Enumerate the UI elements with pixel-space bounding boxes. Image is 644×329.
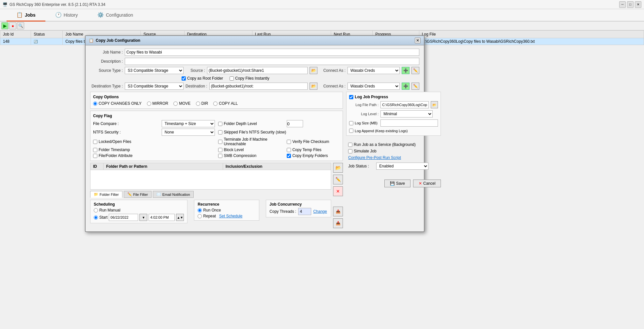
- dest-browse-button[interactable]: 📂: [310, 83, 317, 90]
- source-browse-button[interactable]: 📂: [310, 67, 317, 74]
- cell-logfile: C:\GSRichCopy360Log\Copy files to Wasabi…: [419, 38, 644, 45]
- log-job-progress-checkbox[interactable]: Log Job Progress: [349, 95, 438, 99]
- copy-empty-folders-checkbox[interactable]: Copy Empty Folders: [287, 153, 340, 158]
- job-name-input[interactable]: [125, 49, 419, 56]
- run-manual-radio[interactable]: Run Manual: [94, 208, 184, 212]
- mirror-radio[interactable]: MIRROR: [147, 101, 169, 106]
- ntfs-select[interactable]: None Copy Skip: [162, 129, 215, 136]
- copy-files-instantly-checkbox[interactable]: Copy Files Instantly: [230, 76, 269, 81]
- destination-type-select[interactable]: S3 Compatible Storage Local/Network: [125, 83, 184, 90]
- time-arrow-button[interactable]: ▲▼: [176, 214, 184, 221]
- folder-filter-tab[interactable]: 📁 Folder Filter: [90, 191, 122, 198]
- copy-flag-title: Copy Flag: [93, 114, 340, 118]
- verify-checksum-checkbox[interactable]: Verify File Checksum: [287, 139, 340, 144]
- copy-all-radio[interactable]: COPY ALL: [213, 101, 238, 106]
- log-size-input[interactable]: [380, 119, 438, 127]
- nav-tabs: 📋 Jobs 🕐 History ⚙️ Configuration: [0, 9, 644, 22]
- file-compare-select[interactable]: Timestamp + Size Timestamp Only Size Onl…: [162, 120, 215, 127]
- connect-source-edit-button[interactable]: ✏️: [411, 67, 419, 74]
- run-once-radio[interactable]: Run Once: [198, 208, 256, 212]
- smb-compression-checkbox[interactable]: SMB Compression: [218, 153, 283, 158]
- filter-tabs: 📁 Folder Filter ✏️ File Filter ✉️ Email …: [90, 191, 331, 198]
- tab-configuration[interactable]: ⚙️ Configuration: [88, 9, 143, 22]
- simulate-job-label: Simulate Job: [354, 149, 376, 153]
- repeat-radio[interactable]: Repeat Set Schedule: [198, 214, 256, 218]
- copy-options-group: COPY CHANGES ONLY MIRROR MOVE DIR CO: [93, 101, 340, 106]
- log-file-path-label: Log File Path :: [349, 103, 378, 107]
- add-job-button[interactable]: ▶: [1, 22, 8, 29]
- destination-input[interactable]: [209, 83, 308, 90]
- connect-dest-edit-button[interactable]: ✏️: [411, 83, 419, 90]
- search-button[interactable]: 🔍: [17, 22, 24, 29]
- save-button[interactable]: 💾 Save: [384, 180, 411, 187]
- concurrency-box: Job Concurrency Copy Threads : Change: [266, 200, 331, 217]
- connect-as-dest-select[interactable]: Wasabi Creds: [347, 83, 400, 90]
- log-append-checkbox[interactable]: Log Append (Keep existing Logs): [349, 129, 438, 133]
- source-type-select[interactable]: S3 Compatible Storage Local/Network FTP/…: [125, 67, 184, 74]
- copy-options-section: Copy Options COPY CHANGES ONLY MIRROR MO…: [90, 92, 343, 109]
- folder-timestamp-checkbox[interactable]: Folder Timestamp: [93, 148, 158, 152]
- file-filter-tab[interactable]: ✏️ File Filter: [124, 191, 152, 198]
- run-as-service-checkbox[interactable]: Run Job as a Service (Background): [348, 142, 439, 147]
- calendar-button[interactable]: ▼: [139, 214, 147, 221]
- block-level-checkbox[interactable]: Block Level: [218, 148, 283, 152]
- log-job-progress-label: Log Job Progress: [355, 95, 388, 99]
- email-notification-label: Email Notification: [162, 193, 190, 196]
- change-link[interactable]: Change: [313, 209, 327, 214]
- start-radio[interactable]: Start: [94, 215, 107, 220]
- filter-col-path: Folder Path or Pattern: [104, 163, 223, 170]
- folder-filter-icon: 📁: [94, 192, 98, 196]
- log-size-checkbox[interactable]: Log Size (MB): [349, 121, 378, 125]
- log-append-label: Log Append (Keep existing Logs): [355, 129, 408, 133]
- copy-flag-section: Copy Flag File Compare : Timestamp + Siz…: [90, 111, 343, 161]
- filter-add-button[interactable]: 📂: [333, 163, 343, 173]
- action-buttons: 💾 Save ✕ Cancel: [346, 180, 441, 187]
- simulate-job-checkbox[interactable]: Simulate Job: [348, 149, 439, 153]
- set-schedule-link[interactable]: Set Schedule: [219, 214, 242, 218]
- copy-changes-only-radio[interactable]: COPY CHANGES ONLY: [93, 101, 142, 106]
- filter-row-empty: [90, 170, 331, 190]
- connect-source-add-button[interactable]: ➕: [402, 67, 410, 74]
- file-filter-label: File Filter: [133, 193, 148, 196]
- log-browse-button[interactable]: 📂: [431, 101, 438, 108]
- dir-radio[interactable]: DIR: [196, 101, 208, 106]
- tab-jobs[interactable]: 📋 Jobs: [7, 9, 45, 22]
- locked-open-checkbox[interactable]: Locked/Open Files: [93, 139, 158, 144]
- filter-edit-button[interactable]: ✏️: [333, 175, 343, 184]
- filter-up-button[interactable]: 📤: [333, 207, 343, 216]
- filter-delete-button[interactable]: ✕: [333, 186, 343, 196]
- job-status-select[interactable]: Enabled Disabled: [376, 163, 428, 170]
- tab-history[interactable]: 🕐 History: [45, 9, 88, 22]
- minimize-button[interactable]: ─: [619, 1, 626, 8]
- email-notification-tab[interactable]: ✉️ Email Notification: [153, 191, 194, 198]
- recurrence-title: Recurrence: [198, 202, 256, 207]
- cancel-button[interactable]: ✕ Cancel: [413, 180, 441, 187]
- folder-depth-input[interactable]: [287, 120, 303, 127]
- copy-as-root-checkbox[interactable]: Copy as Root Folder: [182, 76, 223, 81]
- move-radio[interactable]: MOVE: [173, 101, 190, 106]
- start-time-input[interactable]: [149, 214, 175, 221]
- filter-down-button[interactable]: 📥: [333, 218, 343, 228]
- source-input[interactable]: [207, 67, 308, 74]
- configure-pre-post-link[interactable]: Configure Pre-Post Run Script: [348, 155, 401, 160]
- file-folder-attr-checkbox[interactable]: File/Folder Attribute: [93, 153, 158, 158]
- cell-status: 🔄: [31, 38, 63, 45]
- maximize-button[interactable]: □: [627, 1, 634, 8]
- copy-threads-input[interactable]: [298, 208, 311, 215]
- start-date-input[interactable]: [109, 214, 138, 221]
- copy-temp-files-checkbox[interactable]: Copy Temp Files: [287, 148, 340, 152]
- log-file-path-input[interactable]: [380, 101, 429, 108]
- skipped-ntfs-checkbox[interactable]: Skipped File's NTFS Security (slow): [218, 130, 340, 134]
- close-app-button[interactable]: ✕: [635, 1, 641, 8]
- copy-root-row: Copy as Root Folder Copy Files Instantly: [182, 76, 419, 81]
- stop-job-button[interactable]: ■: [9, 22, 16, 29]
- connect-as-source-select[interactable]: Wasabi Creds: [347, 67, 400, 74]
- terminate-unreachable-checkbox[interactable]: Terminate Job if Machine Unreachable: [218, 137, 283, 146]
- log-level-select[interactable]: Minimal Detailed Verbose: [380, 110, 433, 118]
- description-input[interactable]: [125, 58, 419, 65]
- destination-type-row: Destination Type : S3 Compatible Storage…: [90, 83, 419, 90]
- connect-dest-add-button[interactable]: ➕: [402, 83, 410, 90]
- job-status-row: Job Status : Enabled Disabled: [348, 163, 439, 170]
- dialog-close-button[interactable]: ✕: [415, 38, 421, 43]
- folder-depth-checkbox[interactable]: Folder Depth Level: [218, 121, 283, 126]
